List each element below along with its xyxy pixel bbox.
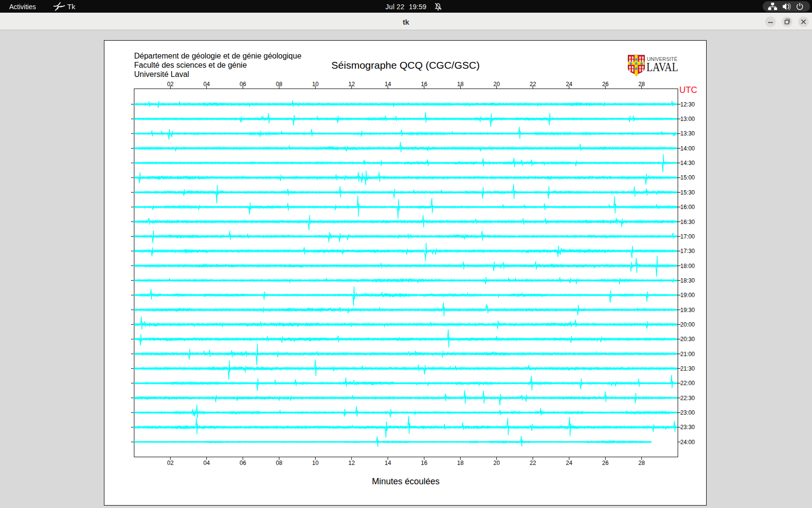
svg-text:20:00: 20:00 [681,321,695,328]
svg-text:22: 22 [530,460,536,466]
svg-text:12:30: 12:30 [681,101,695,108]
svg-text:23:30: 23:30 [681,424,695,431]
svg-text:16:00: 16:00 [681,204,695,210]
svg-text:16: 16 [421,460,428,466]
svg-text:19:30: 19:30 [681,307,695,314]
svg-text:UTC: UTC [680,85,697,95]
svg-text:04: 04 [203,460,210,466]
svg-text:08: 08 [276,460,283,466]
svg-text:28: 28 [638,460,645,466]
svg-text:tk: tk [403,18,409,26]
svg-text:22:30: 22:30 [681,395,695,402]
svg-text:Tk: Tk [67,2,75,11]
svg-text:23:00: 23:00 [681,409,695,416]
svg-text:21:30: 21:30 [681,365,695,372]
svg-text:14:00: 14:00 [681,145,695,152]
svg-text:22:00: 22:00 [681,380,695,387]
svg-text:Université Laval: Université Laval [134,70,189,78]
svg-text:17:30: 17:30 [681,248,695,254]
svg-text:13:00: 13:00 [681,116,695,122]
svg-text:18:00: 18:00 [681,263,695,269]
svg-text:26: 26 [602,460,609,466]
svg-text:02: 02 [167,460,174,466]
svg-text:06: 06 [240,460,246,466]
svg-text:14: 14 [385,460,392,466]
svg-text:24: 24 [566,460,573,466]
svg-text:14:30: 14:30 [681,160,695,166]
svg-text:17:00: 17:00 [681,233,695,240]
svg-text:18: 18 [457,460,464,466]
svg-text:18:30: 18:30 [681,277,695,284]
svg-text:15:30: 15:30 [681,189,695,196]
svg-text:15:00: 15:00 [681,174,695,181]
svg-text:10: 10 [312,460,319,466]
svg-text:20:30: 20:30 [681,336,695,343]
svg-text:Minutes écoulées: Minutes écoulées [372,477,439,486]
svg-text:Activities: Activities [9,3,36,11]
svg-text:21:00: 21:00 [681,351,695,358]
svg-text:24:00: 24:00 [681,439,695,446]
svg-text:20: 20 [493,460,500,466]
svg-text:12: 12 [348,460,355,466]
svg-text:Jul 22 19:59: Jul 22 19:59 [386,3,427,11]
svg-text:13:30: 13:30 [681,130,695,137]
svg-text:16:30: 16:30 [681,219,695,225]
svg-text:19:00: 19:00 [681,292,695,299]
svg-text:Séismographe QCQ (CGC/GSC): Séismographe QCQ (CGC/GSC) [332,60,480,71]
svg-text:LAVAL: LAVAL [647,60,679,74]
svg-text:Département de géologie et de: Département de géologie et de génie géol… [134,52,302,60]
svg-text:Faculté des sciences et de gén: Faculté des sciences et de génie [134,61,247,69]
